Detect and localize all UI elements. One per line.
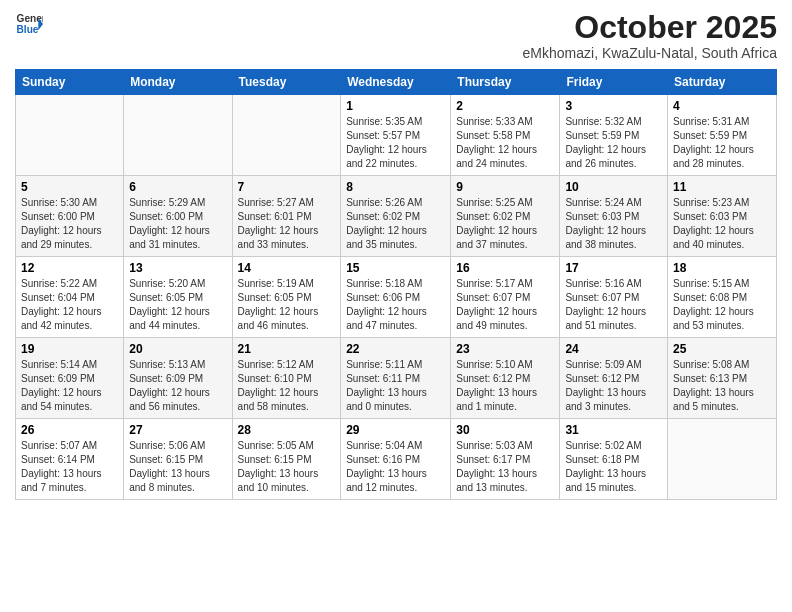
day-info: Sunrise: 5:33 AM Sunset: 5:58 PM Dayligh… bbox=[456, 115, 554, 171]
day-number: 29 bbox=[346, 423, 445, 437]
calendar-cell: 3Sunrise: 5:32 AM Sunset: 5:59 PM Daylig… bbox=[560, 95, 668, 176]
calendar-cell: 19Sunrise: 5:14 AM Sunset: 6:09 PM Dayli… bbox=[16, 338, 124, 419]
day-number: 16 bbox=[456, 261, 554, 275]
calendar-cell: 27Sunrise: 5:06 AM Sunset: 6:15 PM Dayli… bbox=[124, 419, 232, 500]
calendar-cell bbox=[16, 95, 124, 176]
day-number: 12 bbox=[21, 261, 118, 275]
day-info: Sunrise: 5:19 AM Sunset: 6:05 PM Dayligh… bbox=[238, 277, 336, 333]
day-info: Sunrise: 5:29 AM Sunset: 6:00 PM Dayligh… bbox=[129, 196, 226, 252]
calendar-week-row: 5Sunrise: 5:30 AM Sunset: 6:00 PM Daylig… bbox=[16, 176, 777, 257]
day-number: 31 bbox=[565, 423, 662, 437]
col-header-thursday: Thursday bbox=[451, 70, 560, 95]
calendar-cell: 5Sunrise: 5:30 AM Sunset: 6:00 PM Daylig… bbox=[16, 176, 124, 257]
calendar-cell: 28Sunrise: 5:05 AM Sunset: 6:15 PM Dayli… bbox=[232, 419, 341, 500]
calendar-cell: 11Sunrise: 5:23 AM Sunset: 6:03 PM Dayli… bbox=[668, 176, 777, 257]
day-number: 13 bbox=[129, 261, 226, 275]
day-info: Sunrise: 5:23 AM Sunset: 6:03 PM Dayligh… bbox=[673, 196, 771, 252]
day-number: 23 bbox=[456, 342, 554, 356]
day-number: 14 bbox=[238, 261, 336, 275]
day-info: Sunrise: 5:35 AM Sunset: 5:57 PM Dayligh… bbox=[346, 115, 445, 171]
calendar-cell: 10Sunrise: 5:24 AM Sunset: 6:03 PM Dayli… bbox=[560, 176, 668, 257]
calendar-week-row: 26Sunrise: 5:07 AM Sunset: 6:14 PM Dayli… bbox=[16, 419, 777, 500]
day-number: 27 bbox=[129, 423, 226, 437]
day-number: 15 bbox=[346, 261, 445, 275]
day-number: 22 bbox=[346, 342, 445, 356]
logo-icon: General Blue bbox=[15, 10, 43, 38]
calendar-cell: 16Sunrise: 5:17 AM Sunset: 6:07 PM Dayli… bbox=[451, 257, 560, 338]
day-info: Sunrise: 5:25 AM Sunset: 6:02 PM Dayligh… bbox=[456, 196, 554, 252]
month-title: October 2025 bbox=[523, 10, 777, 45]
day-info: Sunrise: 5:17 AM Sunset: 6:07 PM Dayligh… bbox=[456, 277, 554, 333]
col-header-wednesday: Wednesday bbox=[341, 70, 451, 95]
calendar-cell: 6Sunrise: 5:29 AM Sunset: 6:00 PM Daylig… bbox=[124, 176, 232, 257]
calendar-cell: 25Sunrise: 5:08 AM Sunset: 6:13 PM Dayli… bbox=[668, 338, 777, 419]
day-info: Sunrise: 5:27 AM Sunset: 6:01 PM Dayligh… bbox=[238, 196, 336, 252]
day-info: Sunrise: 5:16 AM Sunset: 6:07 PM Dayligh… bbox=[565, 277, 662, 333]
day-info: Sunrise: 5:10 AM Sunset: 6:12 PM Dayligh… bbox=[456, 358, 554, 414]
svg-text:Blue: Blue bbox=[17, 24, 39, 35]
day-info: Sunrise: 5:32 AM Sunset: 5:59 PM Dayligh… bbox=[565, 115, 662, 171]
col-header-friday: Friday bbox=[560, 70, 668, 95]
calendar-cell: 17Sunrise: 5:16 AM Sunset: 6:07 PM Dayli… bbox=[560, 257, 668, 338]
page-header: General Blue October 2025 eMkhomazi, Kwa… bbox=[15, 10, 777, 61]
calendar-cell: 14Sunrise: 5:19 AM Sunset: 6:05 PM Dayli… bbox=[232, 257, 341, 338]
calendar-cell: 9Sunrise: 5:25 AM Sunset: 6:02 PM Daylig… bbox=[451, 176, 560, 257]
day-number: 7 bbox=[238, 180, 336, 194]
calendar-cell: 29Sunrise: 5:04 AM Sunset: 6:16 PM Dayli… bbox=[341, 419, 451, 500]
calendar-header-row: SundayMondayTuesdayWednesdayThursdayFrid… bbox=[16, 70, 777, 95]
day-number: 19 bbox=[21, 342, 118, 356]
day-number: 2 bbox=[456, 99, 554, 113]
day-number: 11 bbox=[673, 180, 771, 194]
day-number: 21 bbox=[238, 342, 336, 356]
day-info: Sunrise: 5:07 AM Sunset: 6:14 PM Dayligh… bbox=[21, 439, 118, 495]
day-info: Sunrise: 5:30 AM Sunset: 6:00 PM Dayligh… bbox=[21, 196, 118, 252]
calendar-cell: 1Sunrise: 5:35 AM Sunset: 5:57 PM Daylig… bbox=[341, 95, 451, 176]
day-info: Sunrise: 5:22 AM Sunset: 6:04 PM Dayligh… bbox=[21, 277, 118, 333]
day-number: 6 bbox=[129, 180, 226, 194]
calendar-cell: 22Sunrise: 5:11 AM Sunset: 6:11 PM Dayli… bbox=[341, 338, 451, 419]
calendar-cell: 24Sunrise: 5:09 AM Sunset: 6:12 PM Dayli… bbox=[560, 338, 668, 419]
calendar-cell bbox=[668, 419, 777, 500]
calendar-week-row: 12Sunrise: 5:22 AM Sunset: 6:04 PM Dayli… bbox=[16, 257, 777, 338]
calendar-cell: 2Sunrise: 5:33 AM Sunset: 5:58 PM Daylig… bbox=[451, 95, 560, 176]
day-info: Sunrise: 5:13 AM Sunset: 6:09 PM Dayligh… bbox=[129, 358, 226, 414]
calendar-cell: 31Sunrise: 5:02 AM Sunset: 6:18 PM Dayli… bbox=[560, 419, 668, 500]
logo: General Blue bbox=[15, 10, 43, 38]
calendar-cell: 12Sunrise: 5:22 AM Sunset: 6:04 PM Dayli… bbox=[16, 257, 124, 338]
calendar-cell: 21Sunrise: 5:12 AM Sunset: 6:10 PM Dayli… bbox=[232, 338, 341, 419]
day-number: 9 bbox=[456, 180, 554, 194]
day-number: 17 bbox=[565, 261, 662, 275]
day-info: Sunrise: 5:02 AM Sunset: 6:18 PM Dayligh… bbox=[565, 439, 662, 495]
calendar-cell: 23Sunrise: 5:10 AM Sunset: 6:12 PM Dayli… bbox=[451, 338, 560, 419]
calendar-cell: 7Sunrise: 5:27 AM Sunset: 6:01 PM Daylig… bbox=[232, 176, 341, 257]
day-info: Sunrise: 5:24 AM Sunset: 6:03 PM Dayligh… bbox=[565, 196, 662, 252]
day-info: Sunrise: 5:12 AM Sunset: 6:10 PM Dayligh… bbox=[238, 358, 336, 414]
col-header-tuesday: Tuesday bbox=[232, 70, 341, 95]
day-number: 8 bbox=[346, 180, 445, 194]
calendar-cell: 8Sunrise: 5:26 AM Sunset: 6:02 PM Daylig… bbox=[341, 176, 451, 257]
day-number: 10 bbox=[565, 180, 662, 194]
day-info: Sunrise: 5:09 AM Sunset: 6:12 PM Dayligh… bbox=[565, 358, 662, 414]
day-number: 26 bbox=[21, 423, 118, 437]
day-info: Sunrise: 5:18 AM Sunset: 6:06 PM Dayligh… bbox=[346, 277, 445, 333]
day-info: Sunrise: 5:03 AM Sunset: 6:17 PM Dayligh… bbox=[456, 439, 554, 495]
calendar-table: SundayMondayTuesdayWednesdayThursdayFrid… bbox=[15, 69, 777, 500]
day-info: Sunrise: 5:31 AM Sunset: 5:59 PM Dayligh… bbox=[673, 115, 771, 171]
day-number: 1 bbox=[346, 99, 445, 113]
day-info: Sunrise: 5:15 AM Sunset: 6:08 PM Dayligh… bbox=[673, 277, 771, 333]
calendar-cell: 18Sunrise: 5:15 AM Sunset: 6:08 PM Dayli… bbox=[668, 257, 777, 338]
day-info: Sunrise: 5:20 AM Sunset: 6:05 PM Dayligh… bbox=[129, 277, 226, 333]
calendar-week-row: 1Sunrise: 5:35 AM Sunset: 5:57 PM Daylig… bbox=[16, 95, 777, 176]
day-number: 30 bbox=[456, 423, 554, 437]
calendar-cell: 4Sunrise: 5:31 AM Sunset: 5:59 PM Daylig… bbox=[668, 95, 777, 176]
day-info: Sunrise: 5:26 AM Sunset: 6:02 PM Dayligh… bbox=[346, 196, 445, 252]
day-number: 20 bbox=[129, 342, 226, 356]
day-number: 4 bbox=[673, 99, 771, 113]
calendar-cell: 15Sunrise: 5:18 AM Sunset: 6:06 PM Dayli… bbox=[341, 257, 451, 338]
day-info: Sunrise: 5:11 AM Sunset: 6:11 PM Dayligh… bbox=[346, 358, 445, 414]
day-number: 3 bbox=[565, 99, 662, 113]
col-header-sunday: Sunday bbox=[16, 70, 124, 95]
day-info: Sunrise: 5:08 AM Sunset: 6:13 PM Dayligh… bbox=[673, 358, 771, 414]
calendar-cell bbox=[124, 95, 232, 176]
day-info: Sunrise: 5:06 AM Sunset: 6:15 PM Dayligh… bbox=[129, 439, 226, 495]
